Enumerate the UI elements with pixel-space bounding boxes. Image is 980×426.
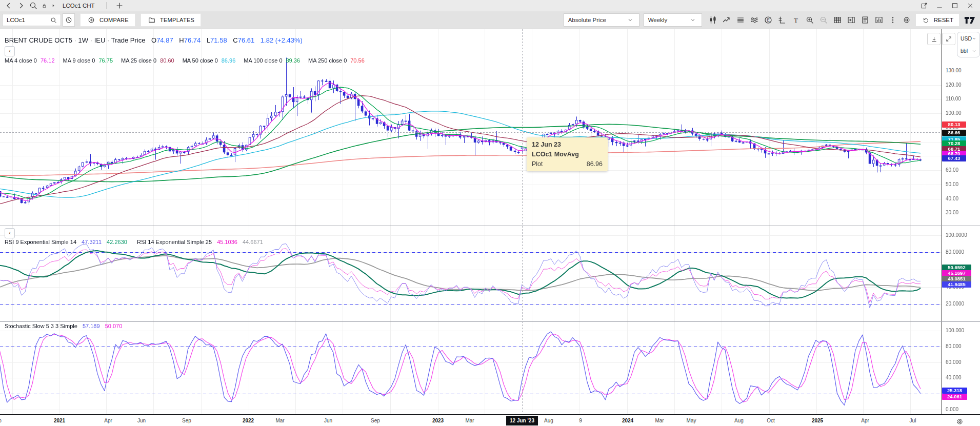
- ma-value: 76.12: [41, 57, 55, 64]
- table-icon[interactable]: [831, 14, 845, 26]
- stochastic-label[interactable]: Stochastic Slow 5 3 3 Simple: [5, 323, 77, 329]
- signal-icon[interactable]: [720, 14, 734, 26]
- compare-button[interactable]: COMPARE: [80, 13, 135, 27]
- templates-button[interactable]: TEMPLATES: [141, 13, 201, 27]
- axis-value-label: 24.061: [942, 394, 967, 400]
- plus-circle-icon: [87, 15, 96, 25]
- close-icon[interactable]: [966, 1, 975, 10]
- time-axis-month-label: Sep: [371, 418, 380, 423]
- pane-divider[interactable]: [0, 321, 980, 322]
- time-axis-year-label: 2021: [54, 418, 65, 423]
- time-axis-month-label: Sep: [0, 418, 2, 423]
- ma-legend-item[interactable]: MA 100 close 089.36: [244, 57, 300, 64]
- report-icon[interactable]: [858, 14, 872, 26]
- svg-text:T: T: [794, 16, 798, 24]
- change-value: 1.82: [261, 36, 273, 44]
- stochastic-d-value: 50.070: [105, 323, 123, 329]
- add-pane-icon[interactable]: [845, 14, 858, 26]
- expand-icon: [944, 34, 953, 44]
- tradingview-logo[interactable]: [962, 14, 977, 26]
- chart-canvas[interactable]: [0, 0, 980, 426]
- time-axis-month-label: Aug: [734, 418, 744, 423]
- instrument-name[interactable]: BRENT CRUDE OCT5: [5, 36, 72, 44]
- time-axis-year-label: 2023: [432, 418, 444, 423]
- interval-value: Weekly: [648, 17, 668, 23]
- axis-value-label: 41.9485: [942, 281, 971, 288]
- ma-legend-item[interactable]: MA 9 close 076.75: [63, 57, 113, 64]
- text-icon[interactable]: T: [789, 14, 803, 26]
- measure-icon[interactable]: [775, 14, 789, 26]
- ma-legend-item[interactable]: MA 50 close 086.96: [183, 57, 236, 64]
- axis-value-label: 80.13: [942, 121, 966, 128]
- caret-right-icon: [50, 1, 56, 10]
- time-axis-month-label: Jun: [324, 418, 332, 423]
- price-type: Trade Price: [111, 36, 146, 44]
- time-axis-month-label: Mar: [655, 418, 664, 423]
- currency-select[interactable]: USD: [957, 32, 979, 45]
- zoom-in-icon[interactable]: [803, 14, 817, 26]
- time-axis-month-label: Jul: [910, 418, 916, 423]
- axis-tick: 0.000: [946, 407, 958, 413]
- more-icon[interactable]: [886, 14, 900, 26]
- settings-icon[interactable]: [900, 14, 914, 26]
- price-mode-select[interactable]: Absolute Price: [564, 13, 639, 27]
- maximize-icon[interactable]: [950, 1, 959, 10]
- time-axis-year-label: 2024: [622, 418, 633, 423]
- axis-tick: 20.0000: [946, 301, 964, 307]
- open-external-icon[interactable]: [919, 1, 929, 10]
- unit-select[interactable]: bbl: [957, 45, 979, 57]
- lock-icon: [41, 1, 47, 10]
- time-axis[interactable]: 12 Jun '23 Sep2021AprJunSep2022MarJunSep…: [0, 414, 980, 426]
- rsi-fast-label[interactable]: RSI 9 Exponential Simple 14: [5, 239, 76, 245]
- axis-tick: 40.00: [946, 196, 958, 202]
- toolbar: LCOc1 COMPARE TEMPLATES Absolute Price W…: [0, 11, 980, 29]
- ma-value: 89.36: [286, 57, 301, 64]
- folder-icon: [147, 15, 156, 25]
- candlestick-icon[interactable]: [706, 14, 720, 26]
- tab-title[interactable]: LCOc1 CHT: [63, 3, 95, 9]
- time-axis-month-label: Oct: [767, 418, 775, 423]
- compare-label: COMPARE: [99, 17, 129, 23]
- collapse-pane-button[interactable]: ‹: [5, 46, 15, 56]
- ma-legend-item[interactable]: MA 25 close 080.60: [121, 57, 174, 64]
- symbol-search-input[interactable]: LCOc1: [2, 14, 61, 26]
- collapse-pane-button[interactable]: ‹: [5, 228, 15, 238]
- ma-legend-item[interactable]: MA 4 close 076.12: [5, 57, 55, 64]
- pane-divider[interactable]: [0, 226, 980, 226]
- axis-tick: 110.00: [946, 96, 961, 102]
- time-axis-month-label: Mar: [275, 418, 284, 423]
- open-value: 74.87: [156, 36, 173, 44]
- search-icon[interactable]: [29, 1, 38, 10]
- ma-legend-item[interactable]: MA 250 close 070.56: [308, 57, 365, 64]
- crosshair-tooltip: 12 Jun 23 LCOc1 MovAvg Plot 86.96: [527, 137, 608, 171]
- axis-settings-button[interactable]: [955, 417, 964, 426]
- minimize-icon[interactable]: [935, 1, 944, 10]
- back-icon[interactable]: [4, 1, 13, 10]
- time-axis-month-label: Sep: [182, 418, 191, 423]
- waves-icon[interactable]: [748, 14, 762, 26]
- time-axis-month-label: Apr: [861, 418, 869, 423]
- tooltip-plot-value: 86.96: [587, 160, 603, 168]
- time-axis-month-label: Jun: [137, 418, 146, 423]
- forward-icon[interactable]: [16, 1, 26, 10]
- download-button[interactable]: [927, 33, 941, 45]
- tooltip-date: 12 Jun 23: [532, 141, 603, 148]
- low-value: 71.58: [210, 36, 227, 44]
- reset-button[interactable]: RESET: [916, 14, 959, 26]
- new-tab-button[interactable]: [115, 1, 124, 10]
- axis-tick: 100.000: [946, 328, 964, 334]
- stats-icon[interactable]: [872, 14, 886, 26]
- interval-select[interactable]: Weekly: [644, 13, 702, 27]
- price-mode-value: Absolute Price: [568, 17, 606, 23]
- axis-tick: 40.000: [946, 375, 962, 381]
- rows-icon[interactable]: [734, 14, 748, 26]
- ma-label: MA 100 close 0: [244, 57, 282, 64]
- zoom-out-icon[interactable]: [817, 14, 831, 26]
- ma-label: MA 25 close 0: [121, 57, 156, 64]
- axis-tick: 100.00: [946, 110, 962, 116]
- maximize-pane-button[interactable]: [942, 33, 955, 45]
- history-button[interactable]: [63, 13, 75, 27]
- events-icon[interactable]: E: [762, 14, 775, 26]
- rsi-slow-label[interactable]: RSI 14 Exponential Simple 25: [137, 239, 212, 245]
- time-axis-year-label: 2022: [243, 418, 254, 423]
